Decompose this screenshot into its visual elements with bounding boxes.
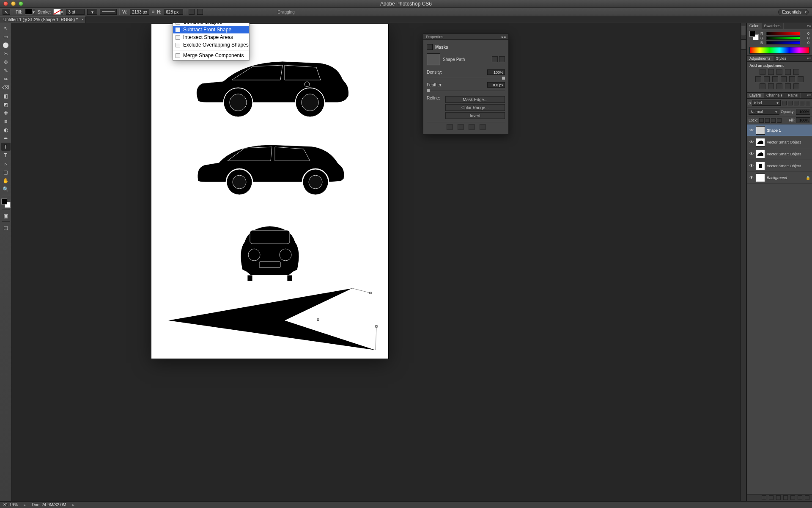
doc-size-readout[interactable]: Doc: 24.9M/32.0M <box>32 502 66 507</box>
panel-menu-icon[interactable]: ▸≡ <box>502 35 506 39</box>
layer-thumb[interactable] <box>756 162 765 170</box>
layer-row[interactable]: 👁 Vector Smart Object <box>747 160 812 172</box>
adj-curves-icon[interactable] <box>776 69 782 75</box>
new-group-icon[interactable] <box>790 495 795 500</box>
tool-move[interactable]: ↖ <box>1 24 11 32</box>
tool-path-select[interactable]: ▹ <box>1 160 11 168</box>
apply-mask-icon[interactable] <box>458 124 464 130</box>
lock-position[interactable] <box>771 118 776 123</box>
tab-paths[interactable]: Paths <box>785 93 801 98</box>
filter-smart-icon[interactable] <box>806 101 810 105</box>
tab-styles[interactable]: Styles <box>774 56 790 61</box>
adj-selcol-icon[interactable] <box>793 83 799 89</box>
tool-brush[interactable]: ⌫ <box>1 83 11 91</box>
fg-bg-colors[interactable] <box>1 199 11 208</box>
visibility-toggle[interactable]: 👁 <box>749 163 754 168</box>
layer-name[interactable]: Shape 1 <box>767 128 781 133</box>
new-adj-layer-icon[interactable] <box>783 495 788 500</box>
layer-thumb[interactable] <box>756 150 765 158</box>
lock-transparency[interactable] <box>759 118 764 123</box>
panel-menu-icon[interactable]: ▾≡ <box>807 56 811 61</box>
collapsed-panel-stub[interactable] <box>741 26 746 36</box>
layer-name[interactable]: Vector Smart Object <box>767 152 801 156</box>
adj-thresh-icon[interactable] <box>776 83 782 89</box>
document-canvas[interactable] <box>151 24 388 359</box>
delete-layer-icon[interactable] <box>805 495 809 500</box>
layer-name[interactable]: Vector Smart Object <box>767 140 801 144</box>
val-r[interactable]: 0 <box>802 31 809 36</box>
layer-row[interactable]: 👁 Vector Smart Object <box>747 136 812 148</box>
adj-colbal-icon[interactable] <box>764 76 770 82</box>
adj-hue-icon[interactable] <box>755 76 761 82</box>
tool-clone[interactable]: ◧ <box>1 92 11 100</box>
path-align-button[interactable] <box>189 9 195 15</box>
tool-zoom[interactable]: 🔍 <box>1 185 11 193</box>
collapsed-panel-stub[interactable] <box>741 39 746 50</box>
shape-width-input[interactable] <box>130 9 149 15</box>
tool-history-brush[interactable]: ◩ <box>1 100 11 108</box>
layer-filter-kind[interactable]: Kind÷ <box>752 100 781 106</box>
lock-pixels[interactable] <box>765 118 770 123</box>
feather-input[interactable] <box>487 82 505 88</box>
layer-name[interactable]: Background <box>767 176 787 180</box>
layer-thumb[interactable] <box>756 126 765 135</box>
pixel-mask-icon[interactable] <box>492 56 498 62</box>
color-range-button[interactable]: Color Range... <box>445 104 505 111</box>
zoom-readout[interactable]: 31.19% <box>3 502 18 507</box>
density-input[interactable] <box>487 69 505 75</box>
adj-poster-icon[interactable] <box>768 83 774 89</box>
panel-menu-icon[interactable]: ▾≡ <box>807 24 811 28</box>
adj-lookup-icon[interactable] <box>798 76 804 82</box>
layer-row[interactable]: 👁 Background 🔒 <box>747 172 812 184</box>
document-tab-close[interactable]: × <box>82 17 84 22</box>
color-ramp[interactable] <box>749 47 809 54</box>
visibility-toggle[interactable]: 👁 <box>749 139 754 145</box>
filter-adj-icon[interactable] <box>788 101 793 105</box>
tool-eraser[interactable]: ✚ <box>1 109 11 117</box>
menu-intersect-shape-areas[interactable]: Intersect Shape Areas <box>173 33 249 41</box>
workspace-switcher[interactable]: Essentials <box>778 9 809 15</box>
menu-exclude-overlapping[interactable]: Exclude Overlapping Shapes <box>173 41 249 49</box>
fill-opacity-input[interactable] <box>796 117 810 123</box>
tab-color[interactable]: Color <box>747 23 762 29</box>
layer-name[interactable]: Vector Smart Object <box>767 164 801 168</box>
new-layer-icon[interactable] <box>798 495 802 500</box>
tab-layers[interactable]: Layers <box>747 93 764 98</box>
feather-slider[interactable] <box>427 89 505 92</box>
layer-mask-icon[interactable] <box>776 495 781 500</box>
opacity-input[interactable] <box>796 109 810 115</box>
layer-thumb[interactable] <box>756 174 765 182</box>
tool-type[interactable]: T <box>1 151 11 159</box>
invert-button[interactable]: Invert <box>445 112 505 119</box>
fill-swatch[interactable]: ▾ <box>25 9 35 15</box>
slider-b[interactable] <box>766 41 800 44</box>
color-fgbg[interactable] <box>749 31 759 40</box>
layer-row[interactable]: 👁 Vector Smart Object <box>747 148 812 160</box>
layer-thumb[interactable] <box>756 138 765 146</box>
panel-menu-icon[interactable]: ▾≡ <box>807 93 811 97</box>
tab-channels[interactable]: Channels <box>764 93 785 98</box>
adj-invert-icon[interactable] <box>760 83 765 89</box>
density-slider[interactable] <box>427 77 505 80</box>
tool-dodge[interactable]: ✒ <box>1 134 11 142</box>
load-selection-icon[interactable] <box>447 124 453 130</box>
path-ops-button[interactable] <box>197 9 203 15</box>
slider-r[interactable] <box>766 32 800 35</box>
disable-mask-icon[interactable] <box>469 124 475 130</box>
adj-levels-icon[interactable] <box>768 69 774 75</box>
layer-fx-icon[interactable] <box>769 495 774 500</box>
filter-type-icon[interactable] <box>794 101 798 105</box>
val-g[interactable]: 0 <box>802 36 809 40</box>
visibility-toggle[interactable]: 👁 <box>749 175 754 180</box>
stroke-style-dropdown[interactable] <box>100 9 117 15</box>
tool-gradient[interactable]: ≡ <box>1 117 11 125</box>
adj-vibrance-icon[interactable] <box>793 69 799 75</box>
tool-quick-select[interactable]: ✂ <box>1 50 11 58</box>
visibility-toggle[interactable]: 👁 <box>749 127 754 133</box>
stroke-size-stepper[interactable]: ▾ <box>87 9 97 15</box>
menu-subtract-front-shape[interactable]: Subtract Front Shape <box>173 26 249 33</box>
adj-bw-icon[interactable] <box>772 76 778 82</box>
tool-hand[interactable]: ✋ <box>1 177 11 185</box>
filter-shape-icon[interactable] <box>800 101 804 105</box>
val-b[interactable]: 0 <box>802 41 809 45</box>
